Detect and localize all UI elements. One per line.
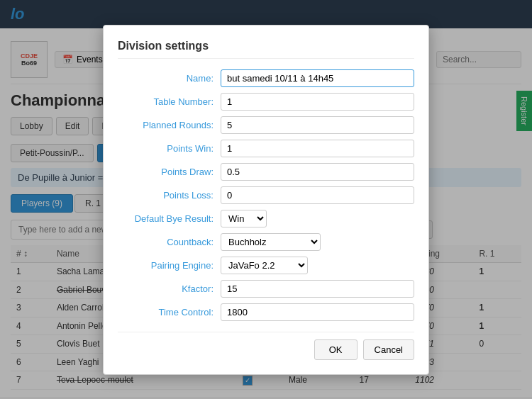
input-planned-rounds[interactable] [221, 116, 414, 134]
form-row-points-win: Points Win: [118, 140, 414, 157]
form-row-name: Name: [118, 69, 414, 87]
label-points-win: Points Win: [118, 143, 221, 154]
form-row-table-number: Table Number: [118, 93, 414, 111]
form-row-kfactor: Kfactor: [118, 280, 414, 298]
label-default-bye: Default Bye Result: [118, 213, 221, 224]
label-planned-rounds: Planned Rounds: [118, 120, 221, 130]
select-countback[interactable]: Buchholz Sonneborn-Berger None [221, 233, 321, 251]
form-row-countback: Countback: Buchholz Sonneborn-Berger Non… [118, 233, 414, 251]
select-pairing-engine[interactable]: JaVaFo 2.2 Swiss Manager Manual [221, 257, 308, 274]
label-kfactor: Kfactor: [118, 283, 221, 294]
form-row-planned-rounds: Planned Rounds: [118, 116, 414, 134]
input-points-loss[interactable] [221, 186, 414, 204]
form-row-points-draw: Points Draw: [118, 163, 414, 181]
form-row-pairing-engine: Pairing Engine: JaVaFo 2.2 Swiss Manager… [118, 257, 414, 274]
label-points-loss: Points Loss: [118, 190, 221, 201]
label-countback: Countback: [118, 237, 221, 247]
label-name: Name: [118, 73, 221, 84]
cancel-button[interactable]: Cancel [363, 339, 414, 360]
modal-title: Division settings [118, 40, 414, 59]
label-points-draw: Points Draw: [118, 167, 221, 177]
input-time-control[interactable] [221, 303, 414, 321]
ok-button[interactable]: OK [314, 339, 358, 360]
input-kfactor[interactable] [221, 280, 414, 298]
input-points-win[interactable] [221, 140, 414, 157]
form-row-time-control: Time Control: [118, 303, 414, 321]
modal-footer: OK Cancel [118, 332, 414, 360]
input-points-draw[interactable] [221, 163, 414, 181]
select-default-bye[interactable]: Win Draw Loss [221, 210, 267, 227]
label-time-control: Time Control: [118, 307, 221, 317]
label-pairing-engine: Pairing Engine: [118, 260, 221, 271]
input-table-number[interactable] [221, 93, 414, 111]
modal-overlay: Division settings Name: Table Number: Pl… [0, 0, 532, 399]
form-row-points-loss: Points Loss: [118, 186, 414, 204]
label-table-number: Table Number: [118, 96, 221, 107]
form-row-default-bye: Default Bye Result: Win Draw Loss [118, 210, 414, 227]
input-name[interactable] [221, 69, 414, 87]
division-settings-modal: Division settings Name: Table Number: Pl… [103, 25, 429, 375]
